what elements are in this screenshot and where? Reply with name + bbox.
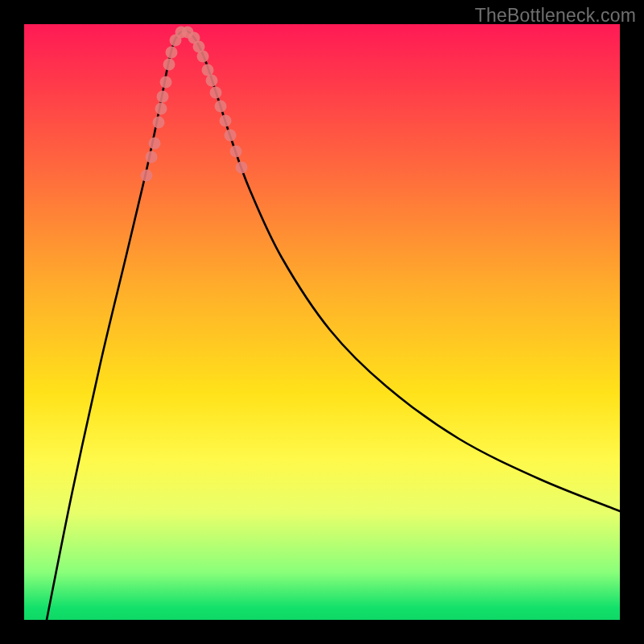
curve-markers <box>141 27 248 182</box>
marker-dot <box>153 117 165 129</box>
marker-dot <box>210 87 222 99</box>
marker-dot <box>157 91 169 103</box>
marker-dot <box>225 130 237 142</box>
marker-dot <box>215 101 227 113</box>
plot-area <box>24 24 620 620</box>
marker-dot <box>146 151 158 163</box>
marker-dot <box>160 76 172 89</box>
marker-dot <box>206 75 218 87</box>
marker-dot <box>202 64 214 76</box>
marker-dot <box>149 138 161 150</box>
marker-dot <box>220 115 232 127</box>
marker-dot <box>197 51 209 63</box>
marker-dot <box>155 103 167 115</box>
marker-dot <box>166 47 178 59</box>
watermark-text: TheBottleneck.com <box>475 5 636 27</box>
marker-dot <box>230 146 242 158</box>
marker-dot <box>163 59 175 71</box>
chart-svg <box>24 24 620 620</box>
marker-dot <box>236 162 248 174</box>
marker-dot <box>141 170 153 182</box>
bottleneck-curve <box>47 31 620 620</box>
